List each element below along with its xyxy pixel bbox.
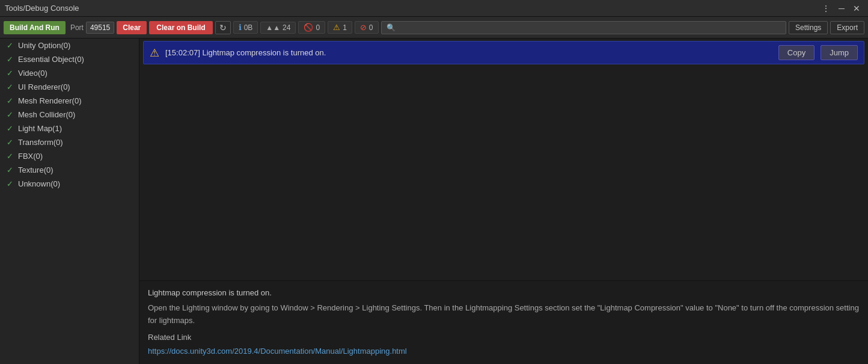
sidebar-item-label-8: FBX(0) bbox=[18, 152, 43, 161]
error-red-count-stat: ⊘ 0 bbox=[355, 21, 379, 34]
log-icon: ▲▲ bbox=[266, 23, 280, 32]
warning-icon: ⚠ bbox=[333, 23, 340, 32]
sidebar-item-label-9: Texture(0) bbox=[18, 165, 53, 174]
settings-button[interactable]: Settings bbox=[789, 21, 828, 34]
log-count-stat: ▲▲ 24 bbox=[260, 22, 296, 34]
sidebar-item-label-3: UI Renderer(0) bbox=[18, 82, 70, 91]
sidebar-item-label-7: Transform(0) bbox=[18, 138, 63, 147]
check-icon-1: ✓ bbox=[5, 55, 14, 64]
title-bar-controls: ⋮ ─ ✕ bbox=[819, 2, 863, 14]
check-icon-4: ✓ bbox=[5, 96, 14, 105]
sidebar-item-2[interactable]: ✓Video(0) bbox=[0, 66, 139, 80]
sidebar-item-5[interactable]: ✓Mesh Collider(0) bbox=[0, 108, 139, 122]
minimize-button[interactable]: ─ bbox=[836, 2, 848, 14]
sidebar-item-9[interactable]: ✓Texture(0) bbox=[0, 163, 139, 177]
sidebar-item-label-2: Video(0) bbox=[18, 69, 47, 78]
sidebar-item-label-4: Mesh Renderer(0) bbox=[18, 96, 82, 105]
port-value: 49515 bbox=[86, 22, 114, 34]
log-empty-area bbox=[139, 67, 868, 280]
search-input[interactable] bbox=[381, 21, 786, 34]
error-red-count-value: 0 bbox=[369, 23, 373, 32]
log-entry-text: [15:02:07] Lightmap compression is turne… bbox=[165, 48, 772, 57]
check-icon-6: ✓ bbox=[5, 124, 14, 133]
sidebar-item-label-10: Unknown(0) bbox=[18, 179, 60, 188]
check-icon-5: ✓ bbox=[5, 110, 14, 119]
error-circle-icon: 🚫 bbox=[304, 23, 313, 32]
detail-desc-text: Open the Lighting window by going to Win… bbox=[148, 302, 860, 327]
title-bar: Tools/Debug Console ⋮ ─ ✕ bbox=[0, 0, 868, 17]
warn-count-value: 1 bbox=[343, 23, 347, 32]
more-button[interactable]: ⋮ bbox=[819, 2, 833, 14]
log-count-value: 24 bbox=[283, 23, 290, 32]
sidebar-item-4[interactable]: ✓Mesh Renderer(0) bbox=[0, 94, 139, 108]
memory-icon: ℹ bbox=[239, 23, 242, 32]
sidebar: ✓Unity Option(0)✓Essential Object(0)✓Vid… bbox=[0, 39, 139, 364]
detail-panel: Lightmap compression is turned on. Open … bbox=[139, 280, 868, 364]
related-link[interactable]: https://docs.unity3d.com/2019.4/Document… bbox=[148, 347, 407, 356]
port-label: Port bbox=[70, 23, 84, 32]
sidebar-item-10[interactable]: ✓Unknown(0) bbox=[0, 177, 139, 191]
check-icon-9: ✓ bbox=[5, 165, 14, 174]
memory-value: 0B bbox=[244, 23, 253, 32]
sidebar-item-label-5: Mesh Collider(0) bbox=[18, 110, 75, 119]
close-button[interactable]: ✕ bbox=[850, 2, 863, 14]
log-top: ⚠ [15:02:07] Lightmap compression is tur… bbox=[139, 39, 868, 67]
sidebar-item-3[interactable]: ✓UI Renderer(0) bbox=[0, 80, 139, 94]
content-area: ⚠ [15:02:07] Lightmap compression is tur… bbox=[139, 39, 868, 364]
export-button[interactable]: Export bbox=[830, 21, 864, 34]
error-count-stat: 🚫 0 bbox=[298, 21, 325, 34]
sidebar-item-1[interactable]: ✓Essential Object(0) bbox=[0, 52, 139, 66]
check-icon-3: ✓ bbox=[5, 82, 14, 91]
error-count-value: 0 bbox=[316, 23, 320, 32]
title-bar-title: Tools/Debug Console bbox=[5, 4, 79, 13]
related-link-label: Related Link bbox=[148, 332, 860, 344]
warn-count-stat: ⚠ 1 bbox=[328, 21, 352, 34]
clear-on-build-button[interactable]: Clear on Build bbox=[149, 21, 212, 34]
log-entry-selected[interactable]: ⚠ [15:02:07] Lightmap compression is tur… bbox=[143, 41, 864, 64]
sidebar-item-0[interactable]: ✓Unity Option(0) bbox=[0, 39, 139, 52]
sidebar-item-label-0: Unity Option(0) bbox=[18, 41, 70, 50]
sidebar-item-7[interactable]: ✓Transform(0) bbox=[0, 135, 139, 149]
sidebar-item-8[interactable]: ✓FBX(0) bbox=[0, 149, 139, 163]
build-and-run-button[interactable]: Build And Run bbox=[4, 21, 66, 34]
copy-button[interactable]: Copy bbox=[778, 45, 815, 60]
sidebar-item-label-6: Light Map(1) bbox=[18, 124, 62, 133]
jump-button[interactable]: Jump bbox=[821, 45, 858, 60]
error-red-icon: ⊘ bbox=[360, 23, 367, 32]
check-icon-10: ✓ bbox=[5, 179, 14, 188]
warn-triangle-icon: ⚠ bbox=[150, 46, 159, 60]
title-bar-left: Tools/Debug Console bbox=[5, 4, 79, 13]
sidebar-item-label-1: Essential Object(0) bbox=[18, 55, 84, 64]
sidebar-item-6[interactable]: ✓Light Map(1) bbox=[0, 122, 139, 135]
check-icon-0: ✓ bbox=[5, 41, 14, 50]
memory-stat: ℹ 0B bbox=[233, 21, 258, 34]
clear-button[interactable]: Clear bbox=[117, 21, 147, 34]
main-content: ✓Unity Option(0)✓Essential Object(0)✓Vid… bbox=[0, 39, 868, 364]
reload-button[interactable]: ↻ bbox=[215, 21, 231, 34]
detail-main-text: Lightmap compression is turned on. bbox=[148, 287, 860, 300]
check-icon-8: ✓ bbox=[5, 152, 14, 161]
toolbar: Build And Run Port 49515 Clear Clear on … bbox=[0, 17, 868, 39]
check-icon-2: ✓ bbox=[5, 69, 14, 78]
check-icon-7: ✓ bbox=[5, 138, 14, 147]
